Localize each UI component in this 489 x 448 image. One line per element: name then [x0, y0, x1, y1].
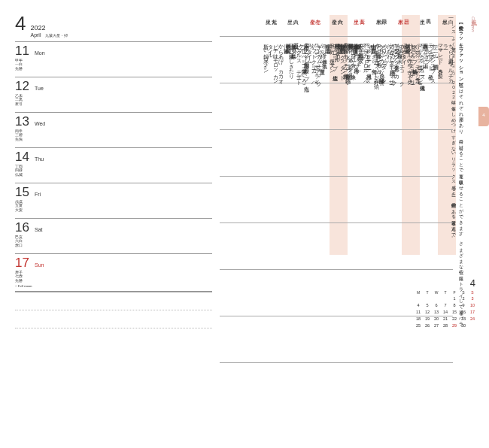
day-number: 15 — [15, 185, 35, 200]
fortune-cell: 四つ葉 — [327, 39, 332, 86]
fortune-cell: マーマレード 巻き髪 — [438, 39, 443, 86]
fortune-cell: スコーン サプライズ — [308, 39, 319, 86]
day-of-week: Mon — [35, 50, 45, 56]
fortune-cell: 美容家電 きれいな木目 — [353, 39, 358, 86]
day-number: 14 — [15, 150, 35, 165]
day-of-week: Sat — [35, 227, 43, 232]
day-sub: 甲午一白先勝 — [15, 59, 212, 71]
day-number: 13 — [15, 114, 35, 129]
month-header: 4 2022 April 九紫火星・卯 — [15, 12, 212, 38]
day-of-week: Thu — [35, 156, 44, 162]
fortune-column: ちらし寿司 マルチカラーマーマレード 巻き髪デニム 図解ティーセット 椅子杏仁豆… — [435, 36, 453, 253]
fortune-cell: ふんわり 重曹 — [319, 39, 324, 86]
day-sub: 丙申三碧先負 — [15, 129, 212, 141]
mini-calendar: 4 MTWTFSS1234567891011121314151617181920… — [414, 277, 477, 328]
fortune-cell: 国産モチーフ 不用品の処分 — [304, 39, 309, 86]
day-row: 14Thu丁酉四緑仏滅 — [15, 147, 212, 183]
day-sub: 乙未二黒友引 — [15, 94, 212, 106]
month-en: April — [30, 32, 41, 38]
year: 2022 — [30, 24, 68, 32]
day-row: 16Sat己亥六白赤口 — [15, 218, 212, 253]
day-row: 12Tue乙未二黒友引 — [15, 77, 212, 112]
fortune-cell: 新しい鍋 赤ワイン — [263, 39, 268, 86]
moon-phase: ○ Full moon — [15, 284, 212, 288]
day-row: 15Fri戊戌五黄大安 — [15, 183, 212, 218]
fortune-cell: メロンソーダ トレンドアイテム — [376, 39, 387, 86]
day-of-week: Wed — [35, 121, 45, 126]
fortune-cell: カヤック 担々麺 — [389, 39, 394, 86]
day-of-week: Tue — [35, 86, 44, 91]
fortune-cell: 美術展 タ暮れ — [290, 39, 296, 86]
fortune-cell: ピクルス デザート — [296, 39, 301, 86]
day-number: 11 — [15, 44, 35, 59]
fortune-cell: ちらし寿司 マルチカラー — [442, 39, 453, 86]
notes-area — [15, 292, 212, 328]
day-sub: 己亥六白赤口 — [15, 235, 212, 247]
day-row: 17Sun庚子七赤先勝○ Full moon — [15, 253, 212, 292]
fortune-grid: ちらし寿司 マルチカラーマーマレード 巻き髪デニム 図解ティーセット 椅子杏仁豆… — [290, 36, 453, 253]
fortune-cell: ミルクティー 月光浴 — [366, 39, 371, 86]
month-jp: 九紫火星・卯 — [45, 34, 68, 38]
fortune-cell: ピーチ味 モロッカンタイル — [268, 39, 278, 86]
day-number: 16 — [15, 220, 35, 235]
month-number: 4 — [15, 12, 26, 35]
week-days: 11Mon甲午一白先勝12Tue乙未二黒友引13Wed丙申三碧先負14Thu丁酉… — [15, 41, 212, 292]
fortune-cell: 杏仁豆腐 ガラス細工 — [422, 39, 427, 86]
fortune-cell: マリンスポーツ ビーズ — [412, 39, 423, 86]
day-sub: 庚子七赤先勝 — [15, 271, 212, 283]
day-number: 12 — [15, 79, 35, 94]
fusui-label: 風水Column — [469, 15, 477, 32]
fortune-cell: ブックスタンド スニーカー — [335, 39, 345, 86]
day-number: 17 — [15, 256, 35, 271]
page-tab: 4 — [478, 107, 489, 126]
day-sub: 丁酉四緑仏滅 — [15, 165, 212, 177]
day-of-week: Fri — [35, 192, 41, 197]
fortune-cell: デニム 図解 — [433, 39, 438, 86]
fortune-cell: おにぎり 情句 — [371, 39, 376, 86]
day-of-week: Sun — [35, 262, 44, 268]
fortune-cell: 天然酵母パン スパイス — [348, 39, 353, 86]
day-row: 11Mon甲午一白先勝 — [15, 41, 212, 77]
day-row: 13Wed丙申三碧先負 — [15, 112, 212, 147]
fortune-cell: 名作映画 純金 — [286, 39, 291, 86]
fortune-cell: からあげ カカオ — [278, 39, 283, 86]
fortune-cell: ティーセット 椅子 — [427, 39, 433, 86]
day-sub: 戊戌五黄大安 — [15, 200, 212, 212]
fortune-cell: ハム ホワイトチョコ — [402, 39, 412, 86]
